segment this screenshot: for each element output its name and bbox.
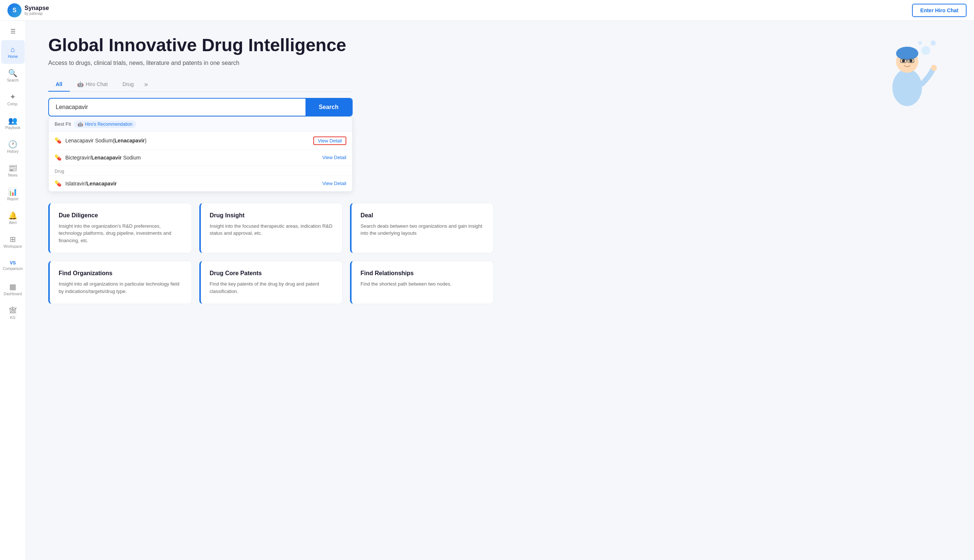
card-due-diligence[interactable]: Due Diligence Insight into the organizat… — [48, 203, 192, 254]
sidebar-item-comparison[interactable]: VS Comparison — [1, 254, 25, 277]
sidebar-label-alert: Alert — [9, 221, 17, 225]
view-detail-link-drug-1[interactable]: View Detail — [322, 181, 346, 186]
sidebar-label-comp: Comp. — [7, 102, 18, 106]
svg-point-9 — [921, 46, 930, 55]
view-detail-link-1[interactable]: View Detail — [313, 137, 346, 145]
sidebar-item-dashboard[interactable]: ▦ Dashboard — [1, 277, 25, 301]
dropdown-best-fit-row: Best Fit 🤖 Hiro's Recommendation — [48, 117, 352, 132]
home-icon: ⌂ — [10, 46, 15, 53]
view-detail-link-2[interactable]: View Detail — [322, 155, 346, 160]
sidebar-item-playbook[interactable]: 👥 Playbook — [1, 111, 25, 135]
logo-sub: by patsnap — [25, 12, 49, 15]
alert-icon: 🔔 — [8, 212, 17, 219]
card-drug-core-patents[interactable]: Drug Core Patents Find the key patents o… — [199, 261, 343, 304]
card-due-diligence-title: Due Diligence — [58, 212, 183, 219]
svg-point-3 — [902, 59, 905, 62]
search-box-wrap: Search Best Fit 🤖 Hiro's Recommendation — [48, 98, 353, 192]
dashboard-icon: ▦ — [9, 283, 16, 290]
dropdown-item-2-text: Bictegravir/Lenacapavir Sodium — [65, 155, 141, 161]
sidebar-label-dashboard: Dashboard — [4, 292, 22, 296]
hiro-recommendation-badge: 🤖 Hiro's Recommendation — [74, 120, 136, 128]
card-drug-insight-desc: Insight into the focused therapeutic are… — [210, 223, 334, 237]
svg-point-11 — [918, 41, 922, 45]
search-input-row: Search — [48, 98, 353, 117]
svg-point-4 — [909, 59, 912, 62]
logo: S Synapse by patsnap — [7, 3, 49, 17]
sidebar-label-playbook: Playbook — [5, 126, 20, 130]
svg-point-2 — [896, 47, 918, 60]
card-find-relationships-title: Find Relationships — [361, 270, 484, 277]
card-drug-insight[interactable]: Drug Insight Insight into the focused th… — [199, 203, 343, 254]
card-deal-desc: Search deals between two organizations a… — [361, 223, 484, 237]
card-drug-insight-title: Drug Insight — [210, 212, 334, 219]
report-icon: 📊 — [8, 188, 17, 195]
dropdown-item-1-left: 💊 Lenacapavir Sodium(Lenacapavir) — [55, 137, 147, 144]
illustration-svg — [877, 36, 937, 106]
sidebar-item-kg[interactable]: 🕸 KG — [1, 301, 25, 325]
tab-all[interactable]: All — [48, 78, 70, 92]
drug-section-label: Drug — [48, 165, 352, 175]
history-icon: 🕐 — [8, 140, 17, 148]
sidebar-item-history[interactable]: 🕐 History — [1, 135, 25, 159]
card-find-relationships[interactable]: Find Relationships Find the shortest pat… — [350, 261, 494, 304]
dropdown-item-2-left: 💊 Bictegravir/Lenacapavir Sodium — [55, 154, 141, 161]
hiro-badge-label: Hiro's Recommendation — [85, 122, 132, 127]
hiro-badge-icon: 🤖 — [78, 122, 83, 127]
hero-title: Global Innovative Drug Intelligence — [48, 36, 952, 55]
sidebar-label-workspace: Workspace — [4, 244, 22, 248]
hero-section: Global Innovative Drug Intelligence Acce… — [48, 36, 952, 67]
sidebar-label-kg: KG — [10, 316, 15, 320]
card-find-organizations[interactable]: Find Organizations Insight into all orga… — [48, 261, 192, 304]
sidebar-item-alert[interactable]: 🔔 Alert — [1, 206, 25, 230]
sidebar-label-news: News — [8, 173, 17, 177]
svg-point-0 — [892, 69, 922, 106]
tab-more-button[interactable]: » — [141, 78, 151, 91]
tab-hiro-chat[interactable]: 🤖 Hiro Chat — [70, 78, 115, 92]
dropdown-drug-item-1[interactable]: 💊 Islatravir/Lenacapavir View Detail — [48, 175, 352, 192]
logo-name: Synapse — [25, 5, 49, 12]
logo-icon: S — [7, 3, 22, 17]
sidebar-expand-button[interactable]: ☰ — [7, 25, 19, 37]
sidebar-item-report[interactable]: 📊 Report — [1, 182, 25, 206]
main-content: Global Innovative Drug Intelligence Acce… — [26, 21, 974, 560]
hero-illustration — [877, 36, 937, 108]
hiro-chat-tab-icon: 🤖 — [77, 81, 84, 87]
dropdown-item-2[interactable]: 💊 Bictegravir/Lenacapavir Sodium View De… — [48, 150, 352, 165]
topbar: S Synapse by patsnap Enter Hiro Chat — [0, 0, 974, 21]
hiro-chat-tab-label: Hiro Chat — [86, 81, 108, 87]
sidebar-item-workspace[interactable]: ⊞ Workspace — [1, 230, 25, 254]
card-drug-core-patents-desc: Find the key patents of the drug by drug… — [210, 280, 334, 295]
enter-hiro-chat-button[interactable]: Enter Hiro Chat — [912, 4, 967, 17]
card-find-relationships-desc: Find the shortest path between two nodes… — [361, 280, 484, 288]
tab-drug[interactable]: Drug — [115, 78, 141, 92]
sidebar-label-search: Search — [7, 78, 19, 82]
dropdown-item-1-text: Lenacapavir Sodium(Lenacapavir) — [65, 138, 147, 143]
comparison-icon: VS — [10, 261, 16, 265]
comp-icon: ✦ — [10, 93, 16, 100]
playbook-icon: 👥 — [8, 117, 17, 124]
card-due-diligence-desc: Insight into the organization's R&D pref… — [58, 223, 183, 244]
dropdown-drug-item-1-text: Islatravir/Lenacapavir — [65, 181, 117, 187]
sidebar-item-comp[interactable]: ✦ Comp. — [1, 88, 25, 111]
feature-cards-grid: Due Diligence Insight into the organizat… — [48, 203, 494, 305]
dropdown-item-1[interactable]: 💊 Lenacapavir Sodium(Lenacapavir) View D… — [48, 132, 352, 150]
news-icon: 📰 — [8, 164, 17, 172]
card-find-organizations-desc: Insight into all organizations in partic… — [58, 280, 183, 295]
hero-subtitle: Access to drugs, clinical trials, news, … — [48, 60, 952, 67]
sidebar-item-search[interactable]: 🔍 Search — [1, 64, 25, 88]
workspace-icon: ⊞ — [10, 235, 16, 243]
dropdown-drug-item-1-left: 💊 Islatravir/Lenacapavir — [55, 180, 117, 187]
drug-icon-1: 💊 — [55, 137, 62, 144]
search-input[interactable] — [49, 98, 306, 116]
sidebar-item-home[interactable]: ⌂ Home — [1, 40, 25, 64]
drug-icon-2: 💊 — [55, 154, 62, 161]
search-button[interactable]: Search — [306, 98, 352, 116]
layout: ☰ ⌂ Home 🔍 Search ✦ Comp. 👥 Playbook 🕐 H… — [0, 21, 974, 560]
card-deal[interactable]: Deal Search deals between two organizati… — [350, 203, 494, 254]
sidebar: ☰ ⌂ Home 🔍 Search ✦ Comp. 👥 Playbook 🕐 H… — [0, 21, 26, 560]
sidebar-label-report: Report — [7, 197, 18, 201]
sidebar-item-news[interactable]: 📰 News — [1, 159, 25, 182]
search-area: All 🤖 Hiro Chat Drug » Search B — [48, 78, 952, 192]
card-deal-title: Deal — [361, 212, 484, 219]
drug-icon-3: 💊 — [55, 180, 62, 187]
